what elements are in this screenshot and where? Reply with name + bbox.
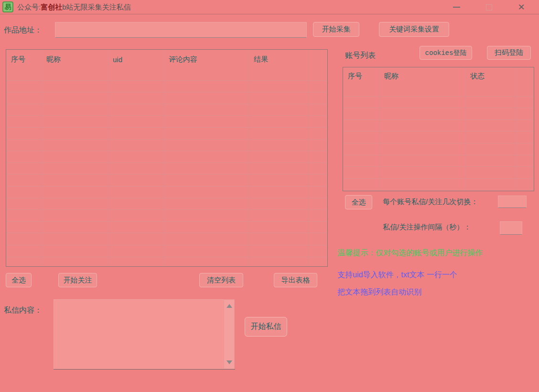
accounts-table-body[interactable]	[343, 85, 534, 191]
message-content-textarea[interactable]	[54, 299, 224, 369]
uid-import-tip-line2: 把文本拖到列表自动识别	[337, 287, 421, 297]
clear-list-button[interactable]: 清空列表	[199, 273, 243, 287]
column-header-nickname: 昵称	[379, 72, 465, 81]
work-address-input[interactable]	[55, 22, 307, 38]
interval-seconds-input[interactable]	[500, 221, 522, 235]
export-table-button[interactable]: 导出表格	[274, 273, 317, 287]
close-button[interactable]: ✕	[510, 0, 532, 14]
start-follow-button[interactable]: 开始关注	[58, 273, 97, 287]
scroll-down-icon[interactable]	[226, 360, 232, 364]
interval-seconds-label: 私信/关注操作间隔（秒）：	[383, 223, 471, 232]
title-prefix: 公众号:	[17, 3, 41, 11]
column-header-status: 状态	[465, 72, 516, 81]
uid-import-tip-line1: 支持uid导入软件，txt文本 一行一个	[337, 270, 457, 280]
cookies-login-button[interactable]: cookies登陆	[420, 46, 472, 60]
column-header-comment: 评论内容	[164, 55, 249, 64]
minimize-button[interactable]	[445, 0, 467, 14]
work-address-label: 作品地址：	[4, 25, 42, 35]
comments-table-body[interactable]	[6, 69, 327, 266]
switch-count-label: 每个账号私信/关注几次切换：	[383, 197, 478, 207]
minimize-icon	[453, 7, 460, 8]
switch-count-input[interactable]	[498, 196, 527, 208]
title-brand: 富创社	[41, 3, 62, 11]
start-private-message-button[interactable]: 开始私信	[245, 317, 287, 337]
accounts-table[interactable]: 序号 昵称 状态	[343, 67, 534, 191]
comments-select-all-button[interactable]: 全选	[6, 273, 32, 287]
textarea-underline	[54, 369, 235, 370]
comments-table[interactable]: 序号 昵称 uid 评论内容 结果	[6, 49, 328, 267]
comments-table-header: 序号 昵称 uid 评论内容 结果	[6, 50, 327, 69]
accounts-list-label: 账号列表	[345, 51, 376, 61]
accounts-select-all-button[interactable]: 全选	[345, 195, 372, 209]
accounts-table-header: 序号 昵称 状态	[343, 67, 534, 85]
scrollbar[interactable]	[224, 299, 235, 369]
column-header-index: 序号	[6, 55, 42, 64]
scroll-up-icon[interactable]	[226, 304, 232, 308]
app-icon: 易	[2, 1, 13, 12]
warm-tip-text: 温馨提示：仅对勾选的账号或用户进行操作	[337, 248, 483, 258]
keyword-collect-settings-button[interactable]: 关键词采集设置	[379, 22, 449, 37]
column-header-nickname: 昵称	[42, 55, 108, 64]
column-header-index: 序号	[343, 72, 379, 81]
maximize-button[interactable]	[478, 0, 500, 14]
close-icon: ✕	[517, 2, 525, 12]
window-title: 公众号:富创社b站无限采集关注私信	[17, 3, 131, 12]
message-content-label: 私信内容：	[4, 305, 42, 316]
maximize-icon	[486, 4, 492, 11]
start-collect-button[interactable]: 开始采集	[313, 22, 359, 37]
column-header-uid: uid	[108, 55, 164, 64]
column-header-result: 结果	[249, 55, 308, 64]
titlebar: 易 公众号:富创社b站无限采集关注私信 ✕	[0, 0, 539, 14]
app-window: 易 公众号:富创社b站无限采集关注私信 ✕ 作品地址： 开始采集 关键词采集设置…	[0, 0, 539, 392]
scan-qr-login-button[interactable]: 扫码登陆	[487, 46, 531, 60]
title-suffix: b站无限采集关注私信	[62, 3, 130, 11]
